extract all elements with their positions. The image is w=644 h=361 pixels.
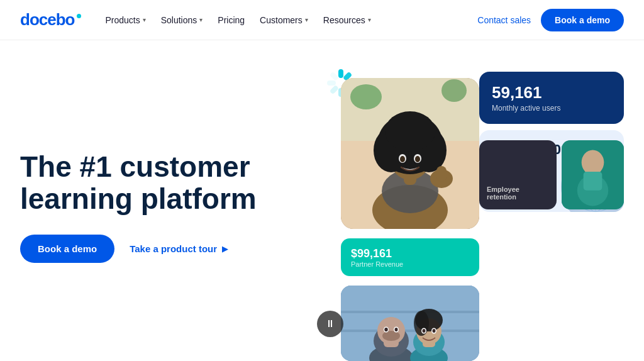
book-demo-nav-button[interactable]: Book a demo: [541, 9, 624, 31]
employee-retention-card: Employee retention: [479, 140, 557, 209]
svg-point-45: [385, 328, 388, 331]
logo-text: docebo: [20, 10, 74, 30]
main-content: The #1 customer learning platform Book a…: [0, 40, 644, 361]
svg-point-56: [582, 150, 604, 175]
left-panel: The #1 customer learning platform Book a…: [20, 53, 284, 361]
pause-button[interactable]: ⏸: [317, 311, 343, 337]
svg-rect-58: [584, 172, 602, 191]
chevron-down-icon: ▾: [305, 16, 308, 23]
svg-point-22: [400, 156, 405, 162]
svg-point-44: [414, 311, 429, 336]
bottom-stats-row: Employee retention: [479, 140, 624, 209]
pause-icon: ⏸: [325, 318, 335, 330]
monthly-users-number: 59,161: [492, 83, 611, 103]
nav-left: docebo Products ▾ Solutions ▾ Pricing Cu…: [20, 10, 377, 30]
cta-row: Book a demo Take a product tour ▶: [20, 235, 272, 263]
chevron-down-icon: ▾: [368, 16, 371, 23]
nav-item-pricing[interactable]: Pricing: [211, 11, 251, 29]
svg-rect-7: [330, 72, 340, 82]
svg-rect-5: [330, 85, 340, 95]
svg-point-49: [433, 329, 436, 333]
logo[interactable]: docebo: [20, 10, 81, 30]
logo-dot: [77, 14, 81, 18]
monthly-users-label: Monthly active users: [492, 104, 611, 113]
svg-point-10: [350, 84, 382, 109]
svg-point-11: [441, 79, 467, 102]
hero-title: The #1 customer learning platform: [20, 151, 272, 214]
revenue-amount: $99,161: [351, 247, 469, 260]
svg-rect-27: [341, 286, 479, 361]
product-tour-link[interactable]: Take a product tour ▶: [130, 243, 228, 254]
svg-point-38: [395, 328, 398, 331]
revenue-label: Partner Revenue: [351, 260, 469, 268]
chevron-down-icon: ▾: [143, 16, 146, 23]
chevron-down-icon: ▾: [199, 16, 203, 23]
nav-links: Products ▾ Solutions ▾ Pricing Customers…: [99, 11, 377, 29]
nav-item-solutions[interactable]: Solutions ▾: [155, 11, 209, 29]
revenue-card: $99,161 Partner Revenue: [341, 238, 479, 276]
hero-person-photo-card: [341, 78, 479, 229]
employee-retention-label: Employee retention: [487, 186, 549, 201]
navbar: docebo Products ▾ Solutions ▾ Pricing Cu…: [0, 0, 644, 40]
svg-rect-28: [341, 311, 479, 313]
svg-point-23: [415, 156, 420, 162]
nav-item-resources[interactable]: Resources ▾: [317, 11, 377, 29]
svg-point-19: [385, 111, 435, 152]
svg-point-48: [423, 329, 426, 333]
monthly-users-card: 59,161 Monthly active users: [479, 72, 624, 124]
contact-sales-link[interactable]: Contact sales: [477, 15, 531, 25]
svg-rect-29: [341, 330, 479, 332]
right-panel: $99,161 Partner Revenue: [284, 53, 624, 361]
stats-column: 59,161 Monthly active users 30,000,000 G…: [479, 72, 624, 218]
book-demo-hero-button[interactable]: Book a demo: [20, 235, 114, 263]
play-icon: ▶: [222, 245, 228, 253]
svg-rect-25: [436, 166, 447, 182]
nav-item-products[interactable]: Products ▾: [99, 11, 152, 29]
person-photo: [341, 78, 479, 229]
teal-visual-card: [562, 140, 624, 209]
nav-item-customers[interactable]: Customers ▾: [253, 11, 314, 29]
svg-rect-0: [338, 69, 343, 78]
shop-workers-photo-card: [341, 286, 479, 361]
nav-right: Contact sales Book a demo: [477, 9, 624, 31]
svg-point-34: [382, 331, 400, 341]
svg-rect-6: [327, 81, 336, 86]
